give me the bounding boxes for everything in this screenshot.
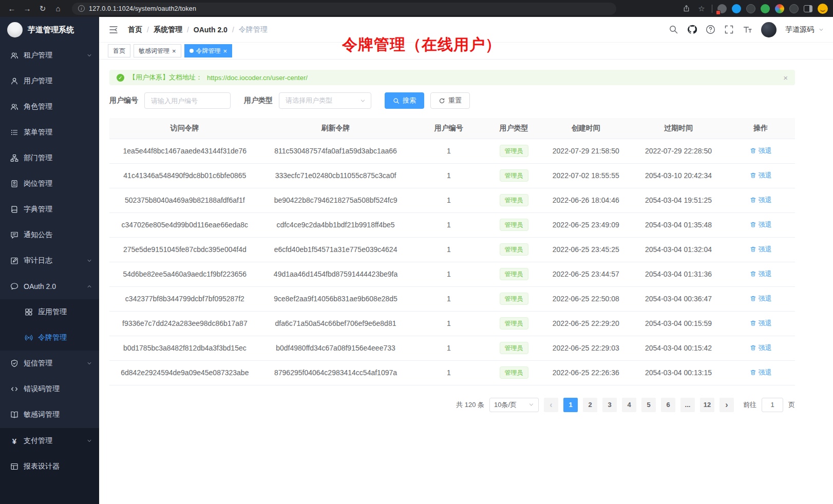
sidebar-item-role[interactable]: 角色管理	[0, 94, 99, 120]
app-logo[interactable]: 芋道管理系统	[0, 17, 99, 43]
user-id-cell: 1	[411, 212, 486, 237]
help-icon[interactable]	[706, 25, 715, 34]
extension-icon-green[interactable]	[761, 4, 770, 13]
sidebar-item-oauth2-token[interactable]: 令牌管理	[0, 325, 99, 351]
page-button-1[interactable]: 1	[563, 398, 578, 412]
expire-time-cell: 2054-03-10 20:42:34	[631, 163, 727, 188]
extension-icon-blue[interactable]	[732, 4, 741, 13]
bookmark-star-icon[interactable]: ☆	[696, 4, 707, 14]
side-panel-icon[interactable]	[804, 5, 812, 12]
user-id-input[interactable]	[144, 92, 231, 109]
next-page-button[interactable]: ›	[720, 398, 734, 412]
force-logout-button[interactable]: 强退	[750, 146, 772, 156]
profile-avatar-icon[interactable]	[818, 4, 828, 14]
user-type-cell: 管理员	[486, 262, 541, 286]
browser-forward-icon[interactable]: →	[21, 3, 34, 15]
sidebar-item-sms[interactable]: 短信管理	[0, 351, 99, 376]
reset-button[interactable]: 重置	[430, 92, 470, 109]
sidebar-item-dept[interactable]: 部门管理	[0, 145, 99, 171]
extension-icon-dark-2[interactable]	[789, 4, 799, 13]
chevron-down-icon	[87, 258, 92, 263]
fullscreen-icon[interactable]	[724, 25, 734, 34]
force-logout-button[interactable]: 强退	[750, 196, 772, 205]
close-icon[interactable]: ×	[172, 48, 176, 54]
sidebar-item-report-designer[interactable]: 报表设计器	[0, 454, 99, 479]
extension-icon-colorful[interactable]	[775, 4, 784, 13]
page-button-3[interactable]: 3	[602, 398, 617, 412]
user-type-cell: 管理员	[486, 360, 541, 385]
force-logout-button[interactable]: 强退	[750, 269, 772, 279]
access-token-cell: 41c41346a548490f9dc8b01c6bfe0865	[109, 163, 260, 188]
prev-page-button[interactable]: ‹	[544, 398, 558, 412]
sidebar-item-oauth2-client[interactable]: 应用管理	[0, 299, 99, 325]
close-icon[interactable]: ×	[223, 48, 228, 54]
access-token-cell: 502375b8040a469a9b82188afdf6af1f	[109, 188, 260, 212]
force-logout-button[interactable]: 强退	[750, 245, 772, 254]
share-icon[interactable]	[681, 4, 691, 14]
breadcrumb-home[interactable]: 首页	[128, 25, 142, 34]
username-label[interactable]: 芋道源码	[785, 25, 814, 34]
refresh-token-cell: e6cfd40eb1f54571a31e775e039c4624	[260, 237, 411, 262]
page-button-12[interactable]: 12	[700, 398, 714, 412]
tab-home[interactable]: 首页	[108, 44, 130, 57]
search-icon[interactable]	[669, 25, 678, 34]
breadcrumb-oauth2[interactable]: OAuth 2.0	[194, 26, 228, 34]
access-token-cell: f9336e7c7dd242a283ee98dc86b17a87	[109, 311, 260, 336]
force-logout-button[interactable]: 强退	[750, 343, 772, 353]
sidebar-item-oauth2[interactable]: OAuth 2.0	[0, 274, 99, 299]
force-logout-button[interactable]: 强退	[750, 294, 772, 303]
expire-time-cell: 2054-03-04 00:36:47	[631, 286, 727, 311]
user-type-badge: 管理员	[500, 194, 528, 206]
sidebar-item-audit-log[interactable]: 审计日志	[0, 248, 99, 274]
sidebar-item-sensitive-word[interactable]: 敏感词管理	[0, 402, 99, 428]
more-pages-button[interactable]: ...	[680, 398, 695, 412]
address-bar[interactable]: i 127.0.0.1:1024/system/oauth2/token	[72, 3, 616, 15]
sidebar-item-notice[interactable]: 通知公告	[0, 222, 99, 248]
doc-link[interactable]: https://doc.iocoder.cn/user-center/	[207, 74, 308, 82]
force-logout-button[interactable]: 强退	[750, 368, 772, 377]
caret-down-icon[interactable]	[819, 27, 824, 32]
sidebar-item-user[interactable]: 用户管理	[0, 68, 99, 94]
col-actions: 操作	[726, 118, 795, 139]
browser-reload-icon[interactable]: ↻	[36, 3, 49, 15]
extension-icon-badged[interactable]	[717, 4, 727, 13]
list-icon	[10, 128, 18, 137]
create-time-cell: 2022-06-25 23:49:09	[541, 212, 631, 237]
tab-sensitive-word[interactable]: 敏感词管理 ×	[134, 44, 181, 57]
url-text: 127.0.0.1:1024/system/oauth2/token	[89, 5, 196, 12]
users-icon	[10, 51, 18, 60]
user-avatar[interactable]	[761, 22, 777, 37]
page-button-4[interactable]: 4	[622, 398, 636, 412]
user-type-cell: 管理员	[486, 212, 541, 237]
sidebar-fold-icon[interactable]	[108, 25, 119, 35]
sidebar-item-pay[interactable]: ¥ 支付管理	[0, 428, 99, 454]
page-size-select[interactable]: 10条/页	[489, 398, 539, 412]
force-logout-button[interactable]: 强退	[750, 220, 772, 229]
github-icon[interactable]	[687, 25, 697, 34]
browser-back-icon[interactable]: ←	[5, 3, 18, 15]
chevron-down-icon	[528, 402, 534, 408]
goto-page-input[interactable]	[762, 398, 783, 412]
sidebar-item-dict[interactable]: 字典管理	[0, 197, 99, 222]
font-size-icon[interactable]	[743, 25, 752, 34]
page-button-2[interactable]: 2	[583, 398, 597, 412]
breadcrumb-system[interactable]: 系统管理	[154, 25, 182, 34]
pagination-pages: 123456...12	[563, 398, 714, 412]
search-button[interactable]: 搜索	[385, 92, 424, 109]
browser-home-icon[interactable]: ⌂	[51, 3, 65, 15]
sidebar-item-post[interactable]: 岗位管理	[0, 171, 99, 197]
force-logout-button[interactable]: 强退	[750, 171, 772, 180]
page-button-6[interactable]: 6	[661, 398, 675, 412]
alert-close-icon[interactable]: ×	[783, 73, 788, 82]
app-title: 芋道管理系统	[28, 25, 74, 35]
sidebar-item-tenant[interactable]: 租户管理	[0, 43, 99, 68]
force-logout-button[interactable]: 强退	[750, 319, 772, 328]
goto-label: 前往	[743, 400, 756, 410]
tab-token[interactable]: 令牌管理 ×	[184, 44, 233, 57]
page-button-5[interactable]: 5	[641, 398, 656, 412]
sidebar-item-menu[interactable]: 菜单管理	[0, 120, 99, 145]
sidebar-item-error-code[interactable]: 错误码管理	[0, 376, 99, 402]
site-info-icon[interactable]: i	[78, 5, 85, 12]
extension-icon-dark-1[interactable]	[746, 4, 755, 13]
user-type-select[interactable]: 请选择用户类型	[279, 92, 371, 109]
